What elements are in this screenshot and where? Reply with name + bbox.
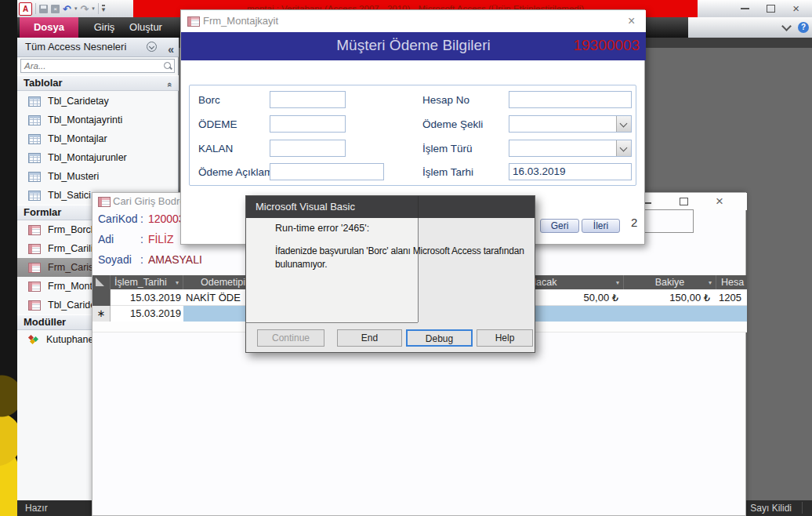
column-label: Bakiye — [655, 277, 685, 288]
shutter-bar-icon[interactable]: « — [168, 40, 174, 59]
odeme-sekli-combobox[interactable] — [509, 115, 632, 133]
combo-dropdown-icon[interactable] — [616, 140, 631, 156]
collapse-section-icon[interactable]: « — [162, 82, 178, 87]
close-button[interactable]: × — [792, 5, 799, 13]
redo-icon[interactable]: ↷ — [80, 4, 89, 14]
nav-menu-dropdown-icon[interactable] — [147, 42, 157, 52]
new-record-selector[interactable]: ∗ — [92, 306, 111, 322]
dialog-title: Microsoft Visual Basic — [256, 196, 355, 218]
search-input[interactable]: Ara... — [20, 59, 175, 73]
cell-islem-tarihi[interactable]: 15.03.2019 — [111, 289, 181, 306]
cell-islem-tarihi[interactable]: 15.03.2019 — [111, 306, 181, 322]
cari-window-title: Cari Giriş Bodro — [113, 195, 185, 207]
column-label: Hesa — [721, 277, 744, 288]
frm-window-title: Frm_Montajkayit — [203, 15, 278, 27]
status-ready: Hazır — [25, 503, 48, 514]
tab-olustur[interactable]: Oluştur — [111, 17, 180, 38]
visual-basic-error-dialog: Microsoft Visual Basic Run-time error '2… — [245, 195, 535, 353]
window-controls: × — [698, 0, 812, 17]
close-button[interactable]: × — [628, 15, 635, 27]
column-header-islem-tarihi[interactable]: İşlem_Tarihi ▾ — [111, 275, 183, 289]
carikod-label: CariKod — [98, 213, 139, 225]
table-icon — [28, 134, 41, 144]
select-all-corner[interactable] — [92, 275, 111, 289]
help-icon[interactable]: ? — [798, 22, 809, 33]
section-label: Formlar — [24, 205, 61, 220]
nav-pane-header[interactable]: Tüm Access Nesneleri « — [17, 38, 179, 57]
search-icon[interactable] — [164, 62, 171, 69]
close-window-icon[interactable]: × — [51, 5, 60, 13]
form-icon — [28, 300, 41, 311]
cell-bakiye[interactable]: 150,00 ₺ — [624, 289, 710, 306]
nav-item-tbl-caridetay[interactable]: Tbl_Caridetay — [17, 92, 179, 111]
nav-item-tbl-musteri[interactable]: Tbl_Musteri — [17, 167, 179, 186]
column-header-bakiye[interactable]: Bakiye ▾ — [624, 275, 716, 289]
borc-input[interactable] — [270, 91, 346, 108]
item-label: Tbl_Satici — [48, 190, 91, 201]
nav-item-tbl-montajlar[interactable]: Tbl_Montajlar — [17, 129, 179, 148]
minimize-button[interactable] — [741, 8, 749, 9]
item-label: Kutuphane — [46, 334, 93, 345]
maximize-button[interactable] — [767, 5, 775, 13]
nav-item-tbl-montajayrinti[interactable]: Tbl_Montajayrinti — [17, 111, 179, 129]
item-label: Tbl_Montajurunler — [48, 152, 127, 163]
islem-tarihi-label: İşlem Tarhi — [422, 166, 473, 178]
redo-dropdown-icon[interactable]: ▾ — [92, 5, 95, 12]
help-button[interactable]: Help — [477, 329, 533, 347]
divider — [802, 502, 803, 514]
column-label: Odemetipi — [201, 277, 245, 288]
islem-tarihi-input[interactable]: 16.03.2019 — [509, 163, 632, 180]
maximize-button[interactable] — [680, 198, 688, 205]
borc-label: Borc — [198, 94, 220, 106]
dialog-titlebar[interactable]: Microsoft Visual Basic — [246, 196, 535, 218]
end-button[interactable]: End — [337, 329, 402, 347]
islem-turu-combobox[interactable] — [509, 140, 632, 157]
form-icon — [28, 263, 41, 273]
colon: : — [140, 253, 143, 266]
item-label: Tbl_Caridetay — [48, 96, 109, 107]
customize-qat-icon[interactable]: ▾ — [102, 5, 106, 13]
ribbon-right-controls: ? — [688, 17, 812, 38]
odeme-aciklama-input[interactable] — [270, 163, 384, 180]
undo-dropdown-icon[interactable]: ▾ — [74, 5, 78, 12]
form-window-icon — [98, 197, 111, 207]
undo-icon[interactable]: ↶ — [63, 4, 71, 14]
soyadi-row: Soyadi : AMASYALI — [98, 252, 202, 267]
continue-button: Continue — [257, 329, 324, 347]
filter-arrow-icon[interactable]: ▾ — [616, 276, 619, 290]
islem-turu-label: İşlem Türü — [422, 143, 473, 154]
table-icon — [28, 153, 41, 163]
access-logo-icon[interactable]: A — [19, 2, 32, 16]
filter-arrow-icon[interactable]: ▾ — [176, 276, 179, 290]
combo-dropdown-icon[interactable] — [616, 116, 631, 132]
cell-hesap[interactable]: 1205 — [719, 289, 747, 306]
module-icon — [28, 335, 39, 344]
adi-row: Adi : FİLİZ — [98, 231, 174, 247]
nav-section-tablolar[interactable]: Tablolar « — [17, 75, 179, 91]
section-label: Tablolar — [24, 75, 63, 91]
filter-arrow-icon[interactable]: ▾ — [709, 276, 712, 290]
geri-button[interactable]: Geri — [540, 219, 579, 233]
odeme-aciklama-label: Ödeme Açıklama — [198, 166, 279, 178]
debug-button[interactable]: Debug — [406, 329, 473, 347]
status-numlock: Sayı Kilidi — [750, 503, 792, 514]
soyadi-value[interactable]: AMASYALI — [148, 253, 202, 266]
row-selector[interactable] — [92, 289, 111, 306]
ribbon-collapse-icon[interactable] — [781, 21, 792, 31]
nav-item-tbl-montajurunler[interactable]: Tbl_Montajurunler — [17, 148, 179, 167]
adi-value[interactable]: FİLİZ — [148, 233, 174, 245]
kalan-input[interactable] — [270, 140, 346, 157]
close-button[interactable]: × — [716, 194, 723, 208]
colon: : — [140, 233, 143, 245]
partial-record-number: 2 — [631, 216, 637, 229]
ileri-button[interactable]: İleri — [582, 219, 620, 233]
item-label: Tbl_Caride — [48, 300, 96, 311]
column-header-hesap[interactable]: Hesa — [716, 275, 747, 289]
hesap-no-input[interactable] — [509, 91, 632, 108]
odeme-input[interactable] — [270, 115, 346, 133]
item-label: Tbl_Musteri — [48, 171, 99, 182]
tab-dosya[interactable]: Dosya — [20, 17, 78, 38]
save-icon[interactable] — [39, 5, 48, 13]
frm-window-titlebar[interactable]: Frm_Montajkayit — [181, 10, 646, 32]
table-icon — [28, 115, 41, 125]
